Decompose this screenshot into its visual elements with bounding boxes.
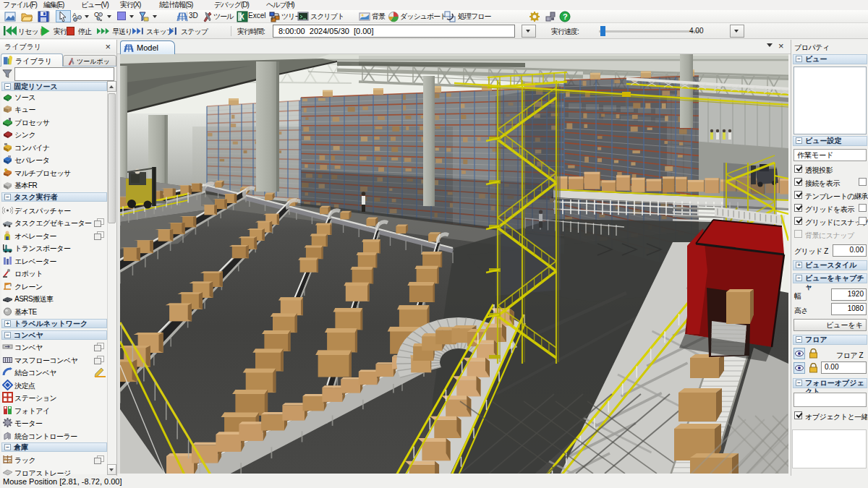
svg-text:Q: Q [94, 11, 99, 18]
svg-text:?: ? [563, 12, 568, 21]
svg-text:X: X [239, 13, 244, 21]
